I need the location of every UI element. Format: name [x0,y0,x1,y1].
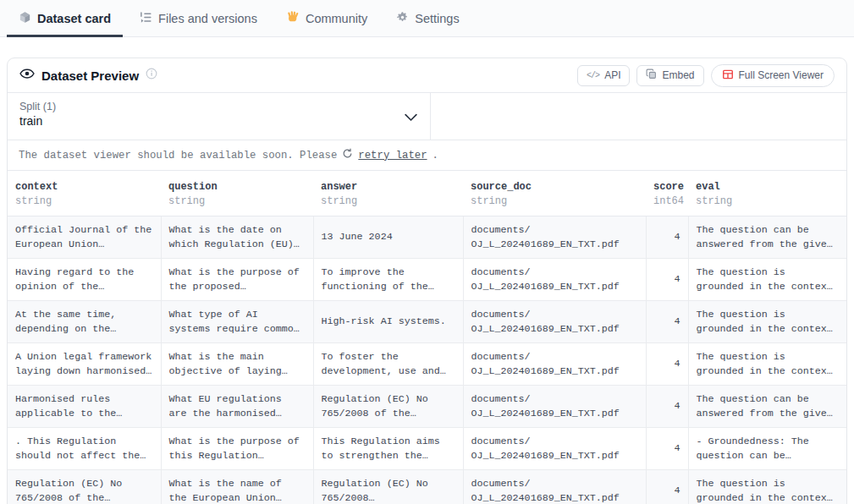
refresh-icon [342,148,353,162]
cell-answer: Regulation (EC) No 765/2008 of the… [313,386,463,428]
tab-label: Dataset card [37,12,111,25]
tab-community[interactable]: Community [274,0,379,36]
waving-hand-icon [286,10,300,26]
cell-eval: The question is grounded in the contex… [688,343,846,386]
notice-period: . [433,150,438,162]
cell-context: At the same time, depending on the… [8,301,161,343]
column-header-score: scoreint64 [646,171,688,216]
split-value: train [19,114,418,128]
cell-answer: To improve the functioning of the… [313,259,463,301]
dataset-table: contextstring questionstring answerstrin… [8,171,846,504]
column-header-eval: evalstring [688,171,846,216]
split-label: Split (1) [19,101,418,112]
cell-source-doc: documents/ OJ_L_202401689_EN_TXT.pdf [463,216,646,259]
full-screen-viewer-button[interactable]: Full Screen Viewer [711,64,835,87]
column-header-question: questionstring [161,171,313,216]
table-grid-icon [722,68,734,83]
cell-answer: High-risk AI systems. [313,301,463,343]
preview-header: Dataset Preview </> API Embed Full Scree… [8,58,846,93]
full-screen-viewer-label: Full Screen Viewer [739,69,824,81]
cell-question: What is the date on which Regulation (EU… [161,216,313,259]
split-row: Split (1) train [8,93,846,140]
tab-label: Community [306,12,367,25]
cell-context: Official Journal of the European Union… [8,216,161,259]
split-select[interactable]: Split (1) train [8,93,431,140]
api-button[interactable]: </> API [577,65,630,86]
notice-message: The dataset viewer should be available s… [19,150,337,162]
cell-score: 4 [646,259,688,301]
column-header-source-doc: source_docstring [463,171,646,216]
cell-question: What is the purpose of the proposed… [161,259,313,301]
table-row[interactable]: . This Regulation should not affect the…… [8,428,846,470]
cell-source-doc: documents/ OJ_L_202401689_EN_TXT.pdf [463,386,646,428]
cell-source-doc: documents/ OJ_L_202401689_EN_TXT.pdf [463,343,646,386]
cell-eval: The question is grounded in the contex… [688,301,846,343]
cell-eval: - Groundedness: The question can be… [688,428,846,470]
tab-label: Files and versions [158,12,257,25]
retry-later-link[interactable]: retry later [358,150,427,162]
eye-icon [19,66,35,85]
split-row-spacer [431,93,846,140]
table-row[interactable]: Official Journal of the European Union… … [8,216,846,259]
cell-eval: The question can be answered from the gi… [688,216,846,259]
cell-question: What EU regulations are the harmonised… [161,386,313,428]
dataset-preview-card: Dataset Preview </> API Embed Full Scree… [7,58,847,504]
cell-score: 4 [646,386,688,428]
cell-context: . This Regulation should not affect the… [8,428,161,470]
tab-files-and-versions[interactable]: Files and versions [128,0,269,36]
preview-actions: </> API Embed Full Screen Viewer [577,64,835,87]
api-button-label: API [604,69,620,81]
code-icon: </> [587,71,599,80]
cell-question: What is the name of the European Union… [161,470,313,504]
cell-question: What is the main objective of laying… [161,343,313,386]
cell-answer: Regulation (EC) No 765/2008… [313,470,463,504]
table-row[interactable]: At the same time, depending on the… What… [8,301,846,343]
cell-eval: The question is grounded in the contex… [688,259,846,301]
cell-score: 4 [646,343,688,386]
repo-tab-bar: Dataset card Files and versions Communit… [0,0,854,37]
cell-context: A Union legal framework laying down harm… [8,343,161,386]
copy-icon [646,68,657,82]
table-row[interactable]: Harmonised rules applicable to the… What… [8,386,846,428]
column-header-answer: answerstring [313,171,463,216]
viewer-status-notice: The dataset viewer should be available s… [8,140,846,171]
cube-icon [19,11,31,26]
cell-source-doc: documents/ OJ_L_202401689_EN_TXT.pdf [463,259,646,301]
table-row[interactable]: Regulation (EC) No 765/2008 of the… What… [8,470,846,504]
tab-settings[interactable]: Settings [384,0,471,36]
cell-answer: This Regulation aims to strengthen the… [313,428,463,470]
cell-answer: 13 June 2024 [313,216,463,259]
cell-source-doc: documents/ OJ_L_202401689_EN_TXT.pdf [463,470,646,504]
info-icon[interactable] [146,68,157,83]
embed-button[interactable]: Embed [636,65,703,86]
versions-icon [140,11,152,26]
tab-label: Settings [415,12,459,25]
cell-source-doc: documents/ OJ_L_202401689_EN_TXT.pdf [463,301,646,343]
cell-score: 4 [646,428,688,470]
cell-answer: To foster the development, use and… [313,343,463,386]
chevron-down-icon [404,111,418,126]
preview-title: Dataset Preview [41,68,139,83]
cell-eval: The question is grounded in the contex… [688,470,846,504]
cell-context: Regulation (EC) No 765/2008 of the… [8,470,161,504]
cell-score: 4 [646,216,688,259]
tab-dataset-card[interactable]: Dataset card [7,0,123,36]
embed-button-label: Embed [662,69,694,81]
cell-context: Harmonised rules applicable to the… [8,386,161,428]
column-header-context: contextstring [8,171,161,216]
table-row[interactable]: A Union legal framework laying down harm… [8,343,846,386]
table-header-row: contextstring questionstring answerstrin… [8,171,846,216]
gear-icon [396,11,409,26]
cell-score: 4 [646,470,688,504]
cell-question: What is the purpose of this Regulation… [161,428,313,470]
cell-eval: The question can be answered from the gi… [688,386,846,428]
cell-score: 4 [646,301,688,343]
cell-question: What type of AI systems require commo… [161,301,313,343]
cell-context: Having regard to the opinion of the… [8,259,161,301]
cell-source-doc: documents/ OJ_L_202401689_EN_TXT.pdf [463,428,646,470]
table-row[interactable]: Having regard to the opinion of the… Wha… [8,259,846,301]
